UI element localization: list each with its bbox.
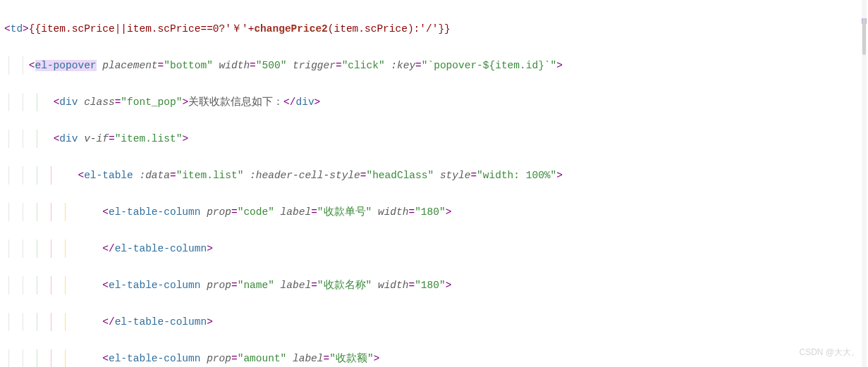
attr-val: bottom xyxy=(170,60,207,71)
code-line: <el-table :data="item.list" :header-cell… xyxy=(4,166,868,185)
attr-val: 收款单号 xyxy=(324,206,366,218)
code-line: <td>{{item.scPrice||item.scPrice==0?'￥'+… xyxy=(4,20,868,38)
text-content: 关联收款信息如下： xyxy=(188,97,283,108)
attr-val: 180 xyxy=(421,280,439,291)
attr-val: 收款额 xyxy=(336,353,367,364)
code-line: </el-table-column> xyxy=(4,240,868,258)
attr-val: font_pop xyxy=(127,97,176,108)
code-line: <el-table-column prop="amount" label="收款… xyxy=(4,349,868,367)
code-line: <div v-if="item.list"> xyxy=(4,130,868,148)
attr-val: code xyxy=(243,206,268,218)
attr-val: headClass xyxy=(372,170,427,181)
attr-val: 收款名称 xyxy=(324,280,366,291)
attr-val: amount xyxy=(243,353,280,364)
watermark: CSDN @大大。 xyxy=(799,343,860,361)
attr-val: click xyxy=(348,60,379,71)
expr-text2: (item.scPrice):'/'}} xyxy=(328,23,451,35)
attr-val: name xyxy=(243,280,268,291)
code-line: <el-popover placement="bottom" width="50… xyxy=(4,56,868,75)
expr-text: {{item.scPrice||item.scPrice==0?'￥'+ xyxy=(29,23,255,35)
attr-val: `popover-${item.id}` xyxy=(428,60,551,71)
code-editor: <td>{{item.scPrice||item.scPrice==0?'￥'+… xyxy=(0,0,868,367)
attr-val: 180 xyxy=(421,206,439,218)
code-line: <el-table-column prop="code" label="收款单号… xyxy=(4,203,868,221)
code-line: </el-table-column> xyxy=(4,313,868,331)
attr-val: item.list xyxy=(121,133,176,144)
fn-name: changePrice2 xyxy=(254,23,327,35)
attr-val: item.list xyxy=(182,170,237,181)
attr-val: 500 xyxy=(262,60,281,71)
code-line: <div class="font_pop">关联收款信息如下：</div> xyxy=(4,93,868,111)
attr-val: width: 100% xyxy=(483,170,551,181)
code-line: <el-table-column prop="name" label="收款名称… xyxy=(4,276,868,294)
